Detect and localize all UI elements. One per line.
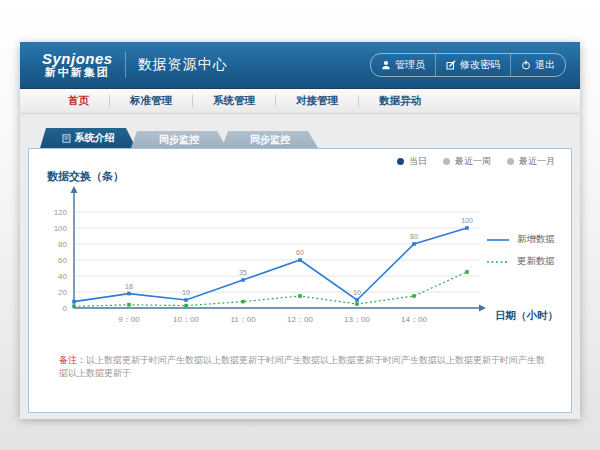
footnote-text: 以上数据更新于时间产生数据以上数据更新于时间产生数据以上数据更新于时间产生数据以… (59, 355, 545, 378)
svg-text:0: 0 (63, 304, 68, 313)
chart-legend: 新增数据更新数据 (486, 233, 555, 268)
content-area: 系统介绍同步监控同步监控 当日最近一周最近一月 数据交换（条） 02040608… (20, 114, 580, 419)
svg-text:35: 35 (239, 269, 247, 276)
nav-item-4[interactable]: 数据异动 (359, 94, 441, 108)
radio-label: 当日 (409, 155, 427, 168)
power-icon (521, 60, 531, 70)
content-panel: 当日最近一周最近一月 数据交换（条） 0204060801001209：0010… (28, 148, 572, 413)
company-name: 新中新集团 (42, 67, 113, 79)
user-menu: 管理员 修改密码 退出 (370, 53, 566, 77)
tab-bar: 系统介绍同步监控同步监控 (40, 128, 318, 148)
svg-text:14：00: 14：00 (401, 315, 427, 324)
svg-text:11：00: 11：00 (230, 315, 256, 324)
document-icon (62, 134, 71, 143)
tab-1[interactable]: 同步监控 (131, 131, 227, 148)
legend-label: 更新数据 (517, 255, 555, 268)
svg-text:40: 40 (58, 272, 67, 281)
logout-button[interactable]: 退出 (510, 54, 565, 76)
nav-item-3[interactable]: 对接管理 (276, 94, 358, 108)
svg-text:120: 120 (54, 208, 68, 217)
tab-label: 系统介绍 (75, 131, 115, 145)
radio-label: 最近一周 (455, 155, 491, 168)
svg-text:18: 18 (125, 283, 133, 290)
user-icon (381, 60, 391, 70)
tab-2[interactable]: 同步监控 (222, 131, 318, 148)
svg-text:10: 10 (353, 289, 361, 296)
line-chart: 0204060801001209：0010：0011：0012：0013：001… (29, 185, 489, 345)
svg-text:80: 80 (58, 240, 67, 249)
svg-text:12：00: 12：00 (287, 315, 313, 324)
nav-item-0[interactable]: 首页 (48, 94, 109, 108)
svg-text:60: 60 (296, 249, 304, 256)
logout-label: 退出 (535, 58, 555, 72)
legend-line-sample (486, 236, 510, 244)
footnote-label: 备注： (59, 355, 86, 365)
period-option-1[interactable]: 最近一周 (443, 155, 491, 168)
svg-text:13：00: 13：00 (344, 315, 370, 324)
tab-label: 同步监控 (250, 133, 290, 147)
app-header: Synjones 新中新集团 数据资源中心 管理员 修改密码 (20, 42, 580, 89)
nav-item-2[interactable]: 系统管理 (193, 94, 275, 108)
svg-text:10: 10 (182, 289, 190, 296)
header-divider (125, 52, 126, 78)
legend-item-1: 更新数据 (486, 255, 555, 268)
page-title: 数据资源中心 (138, 56, 228, 74)
radio-label: 最近一月 (519, 155, 555, 168)
tab-0[interactable]: 系统介绍 (40, 128, 136, 148)
tab-label: 同步监控 (159, 133, 199, 147)
chart-y-axis-title: 数据交换（条） (47, 169, 124, 184)
legend-line-sample (486, 258, 510, 266)
change-password-label: 修改密码 (460, 58, 500, 72)
svg-text:100: 100 (461, 217, 473, 224)
svg-text:20: 20 (58, 288, 67, 297)
brand-name: Synjones (42, 51, 113, 67)
period-option-2[interactable]: 最近一月 (507, 155, 555, 168)
legend-label: 新增数据 (517, 233, 555, 246)
svg-text:80: 80 (410, 233, 418, 240)
app-window: Synjones 新中新集团 数据资源中心 管理员 修改密码 (20, 42, 580, 418)
svg-text:10：00: 10：00 (173, 315, 199, 324)
legend-item-0: 新增数据 (486, 233, 555, 246)
radio-dot (507, 158, 514, 165)
logo: Synjones 新中新集团 (42, 51, 113, 78)
edit-icon (446, 60, 456, 70)
current-user-button[interactable]: 管理员 (371, 54, 435, 76)
nav-bar: 首页标准管理系统管理对接管理数据异动 (20, 89, 580, 114)
chart-x-axis-title: 日期（小时） (495, 309, 558, 323)
svg-text:100: 100 (54, 224, 68, 233)
svg-text:60: 60 (58, 256, 67, 265)
change-password-button[interactable]: 修改密码 (435, 54, 510, 76)
period-filter: 当日最近一周最近一月 (397, 155, 555, 168)
current-user-label: 管理员 (395, 58, 425, 72)
footnote: 备注：以上数据更新于时间产生数据以上数据更新于时间产生数据以上数据更新于时间产生… (59, 354, 551, 379)
period-option-0[interactable]: 当日 (397, 155, 427, 168)
radio-dot (443, 158, 450, 165)
nav-item-1[interactable]: 标准管理 (110, 94, 192, 108)
radio-dot (397, 158, 404, 165)
svg-text:9：00: 9：00 (118, 315, 140, 324)
